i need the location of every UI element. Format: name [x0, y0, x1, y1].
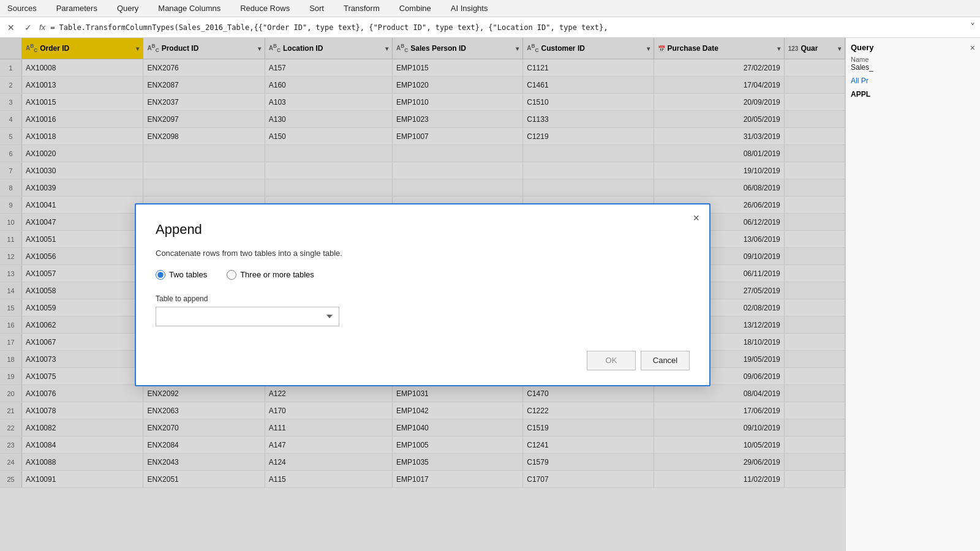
dialog-footer: OK Cancel [156, 351, 690, 370]
all-props-link[interactable]: All Pr [851, 77, 975, 85]
menu-query[interactable]: Query [115, 4, 141, 13]
prop-name-section: Name Sales_ [851, 56, 975, 72]
radio-two-tables-input[interactable] [156, 270, 165, 280]
dialog-description: Concatenate rows from two tables into a … [156, 249, 690, 258]
panel-close-icon[interactable]: × [970, 43, 975, 53]
ok-button[interactable]: OK [587, 351, 636, 370]
formula-check-icon[interactable]: ✓ [22, 21, 34, 34]
menu-combine[interactable]: Combine [397, 4, 434, 13]
menu-reduce-rows[interactable]: Reduce Rows [238, 4, 292, 13]
radio-two-tables[interactable]: Two tables [156, 270, 207, 280]
table-to-append-dropdown[interactable] [156, 307, 339, 326]
cancel-button[interactable]: Cancel [641, 351, 690, 370]
menu-manage-columns[interactable]: Manage Columns [156, 4, 223, 13]
menu-sources[interactable]: Sources [5, 4, 39, 13]
append-dialog: × Append Concatenate rows from two table… [135, 203, 710, 386]
table-area: ABC Order ID ▾ ABC Product ID ▾ ABC Loca… [0, 38, 845, 551]
dialog-title: Append [156, 222, 690, 238]
formula-expand-icon[interactable]: ˅ [970, 21, 975, 33]
radio-three-or-more-label: Three or more tables [240, 270, 314, 279]
formula-text[interactable]: = Table.TransformColumnTypes(Sales_2016_… [50, 23, 965, 32]
prop-name-value: Sales_ [851, 63, 975, 72]
main-area: ABC Order ID ▾ ABC Product ID ▾ ABC Loca… [0, 38, 980, 551]
dialog-overlay: × Append Concatenate rows from two table… [0, 38, 845, 551]
applied-steps-label: APPL [851, 90, 975, 99]
radio-two-tables-label: Two tables [169, 270, 207, 279]
menu-transform[interactable]: Transform [341, 4, 382, 13]
table-to-append-label: Table to append [156, 294, 690, 303]
right-panel: × Query Name Sales_ All Pr APPL [845, 38, 980, 551]
formula-close-icon[interactable]: ✕ [5, 21, 17, 34]
prop-name-label: Name [851, 56, 975, 63]
menu-parameters[interactable]: Parameters [54, 4, 100, 13]
menu-ai-insights[interactable]: AI Insights [448, 4, 491, 13]
right-panel-title: Query [851, 43, 975, 52]
menu-sort[interactable]: Sort [307, 4, 326, 13]
radio-three-or-more-input[interactable] [227, 270, 236, 280]
menu-bar: Sources Parameters Query Manage Columns … [0, 0, 980, 17]
fx-label: fx [39, 23, 45, 32]
radio-group: Two tables Three or more tables [156, 270, 690, 280]
radio-three-or-more[interactable]: Three or more tables [227, 270, 314, 280]
formula-bar: ✕ ✓ fx = Table.TransformColumnTypes(Sale… [0, 17, 980, 38]
dialog-close-button[interactable]: × [693, 212, 699, 225]
